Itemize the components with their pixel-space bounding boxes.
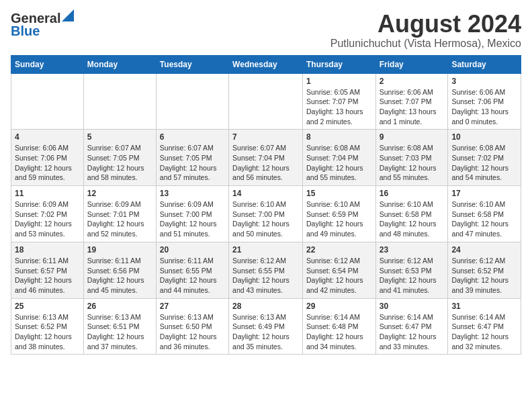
- calendar-week-row: 4Sunrise: 6:06 AM Sunset: 7:06 PM Daylig…: [11, 130, 521, 186]
- day-number: 12: [87, 189, 152, 198]
- day-number: 21: [232, 245, 299, 255]
- day-number: 15: [306, 189, 372, 198]
- day-number: 24: [451, 245, 517, 255]
- calendar-cell: 19Sunrise: 6:11 AM Sunset: 6:56 PM Dayli…: [83, 242, 156, 298]
- day-info: Sunrise: 6:13 AM Sunset: 6:50 PM Dayligh…: [160, 312, 225, 352]
- calendar-cell: 17Sunrise: 6:10 AM Sunset: 6:58 PM Dayli…: [448, 186, 521, 242]
- day-number: 27: [160, 302, 225, 311]
- day-info: Sunrise: 6:07 AM Sunset: 7:04 PM Dayligh…: [232, 143, 299, 183]
- day-header-thursday: Thursday: [302, 55, 375, 73]
- day-number: 22: [306, 245, 372, 255]
- calendar-cell: 18Sunrise: 6:11 AM Sunset: 6:57 PM Dayli…: [11, 242, 84, 298]
- calendar-cell: 14Sunrise: 6:10 AM Sunset: 7:00 PM Dayli…: [229, 186, 303, 242]
- day-info: Sunrise: 6:14 AM Sunset: 6:47 PM Dayligh…: [380, 312, 445, 352]
- day-info: Sunrise: 6:05 AM Sunset: 7:07 PM Dayligh…: [306, 87, 372, 127]
- day-number: 31: [451, 302, 517, 311]
- day-header-sunday: Sunday: [11, 55, 84, 73]
- day-number: 6: [160, 132, 225, 142]
- day-number: 17: [451, 189, 517, 198]
- logo-triangle-icon: [62, 9, 74, 21]
- day-number: 3: [451, 77, 517, 86]
- calendar-cell: [11, 73, 84, 130]
- main-title: August 2024: [330, 11, 521, 38]
- day-number: 29: [306, 302, 372, 311]
- calendar-week-row: 11Sunrise: 6:09 AM Sunset: 7:02 PM Dayli…: [11, 186, 521, 242]
- day-info: Sunrise: 6:10 AM Sunset: 6:59 PM Dayligh…: [306, 199, 372, 239]
- day-info: Sunrise: 6:11 AM Sunset: 6:56 PM Dayligh…: [87, 256, 152, 295]
- subtitle: Putlunichuchut (Vista Hermosa), Mexico: [330, 38, 521, 50]
- calendar-cell: 29Sunrise: 6:14 AM Sunset: 6:48 PM Dayli…: [302, 298, 375, 355]
- day-info: Sunrise: 6:06 AM Sunset: 7:07 PM Dayligh…: [380, 87, 445, 127]
- day-info: Sunrise: 6:11 AM Sunset: 6:55 PM Dayligh…: [160, 256, 225, 295]
- calendar-cell: 10Sunrise: 6:08 AM Sunset: 7:02 PM Dayli…: [448, 130, 521, 186]
- day-header-tuesday: Tuesday: [156, 55, 228, 73]
- calendar-cell: 11Sunrise: 6:09 AM Sunset: 7:02 PM Dayli…: [11, 186, 84, 242]
- day-info: Sunrise: 6:10 AM Sunset: 6:58 PM Dayligh…: [451, 199, 517, 239]
- calendar-week-row: 18Sunrise: 6:11 AM Sunset: 6:57 PM Dayli…: [11, 242, 521, 298]
- calendar-header-row: SundayMondayTuesdayWednesdayThursdayFrid…: [11, 55, 521, 73]
- day-info: Sunrise: 6:09 AM Sunset: 7:00 PM Dayligh…: [160, 199, 225, 239]
- calendar-cell: 5Sunrise: 6:07 AM Sunset: 7:05 PM Daylig…: [83, 130, 156, 186]
- day-info: Sunrise: 6:09 AM Sunset: 7:01 PM Dayligh…: [87, 199, 152, 239]
- svg-marker-0: [62, 9, 74, 21]
- calendar-cell: 16Sunrise: 6:10 AM Sunset: 6:58 PM Dayli…: [375, 186, 448, 242]
- calendar-cell: 22Sunrise: 6:12 AM Sunset: 6:54 PM Dayli…: [302, 242, 375, 298]
- day-number: 18: [15, 245, 80, 255]
- day-number: 7: [232, 132, 299, 142]
- calendar-cell: 6Sunrise: 6:07 AM Sunset: 7:05 PM Daylig…: [156, 130, 228, 186]
- calendar-cell: 26Sunrise: 6:13 AM Sunset: 6:51 PM Dayli…: [83, 298, 156, 355]
- calendar-cell: [83, 73, 156, 130]
- calendar-cell: 24Sunrise: 6:12 AM Sunset: 6:52 PM Dayli…: [448, 242, 521, 298]
- day-header-friday: Friday: [375, 55, 448, 73]
- calendar-cell: 28Sunrise: 6:13 AM Sunset: 6:49 PM Dayli…: [229, 298, 303, 355]
- calendar-cell: 30Sunrise: 6:14 AM Sunset: 6:47 PM Dayli…: [375, 298, 448, 355]
- day-info: Sunrise: 6:12 AM Sunset: 6:55 PM Dayligh…: [232, 256, 299, 295]
- calendar-cell: 9Sunrise: 6:08 AM Sunset: 7:03 PM Daylig…: [375, 130, 448, 186]
- day-info: Sunrise: 6:12 AM Sunset: 6:54 PM Dayligh…: [306, 256, 372, 295]
- day-header-wednesday: Wednesday: [229, 55, 303, 73]
- day-number: 8: [306, 132, 372, 142]
- day-number: 20: [160, 245, 225, 255]
- calendar-cell: [156, 73, 228, 130]
- day-header-saturday: Saturday: [448, 55, 521, 73]
- day-number: 25: [15, 302, 80, 311]
- day-info: Sunrise: 6:10 AM Sunset: 7:00 PM Dayligh…: [232, 199, 299, 239]
- calendar-cell: 3Sunrise: 6:06 AM Sunset: 7:06 PM Daylig…: [448, 73, 521, 130]
- calendar-cell: 21Sunrise: 6:12 AM Sunset: 6:55 PM Dayli…: [229, 242, 303, 298]
- calendar-cell: 12Sunrise: 6:09 AM Sunset: 7:01 PM Dayli…: [83, 186, 156, 242]
- calendar-cell: [229, 73, 303, 130]
- day-info: Sunrise: 6:06 AM Sunset: 7:06 PM Dayligh…: [15, 143, 80, 183]
- logo-blue: Blue: [11, 24, 40, 39]
- calendar-week-row: 25Sunrise: 6:13 AM Sunset: 6:52 PM Dayli…: [11, 298, 521, 355]
- title-block: August 2024 Putlunichuchut (Vista Hermos…: [330, 11, 521, 50]
- day-number: 23: [380, 245, 445, 255]
- day-info: Sunrise: 6:07 AM Sunset: 7:05 PM Dayligh…: [87, 143, 152, 183]
- day-number: 14: [232, 189, 299, 198]
- calendar-cell: 23Sunrise: 6:12 AM Sunset: 6:53 PM Dayli…: [375, 242, 448, 298]
- calendar-cell: 27Sunrise: 6:13 AM Sunset: 6:50 PM Dayli…: [156, 298, 228, 355]
- day-info: Sunrise: 6:12 AM Sunset: 6:52 PM Dayligh…: [451, 256, 517, 295]
- calendar-cell: 31Sunrise: 6:14 AM Sunset: 6:47 PM Dayli…: [448, 298, 521, 355]
- day-number: 16: [380, 189, 445, 198]
- day-number: 2: [380, 77, 445, 86]
- page-header: General Blue August 2024 Putlunichuchut …: [11, 11, 521, 50]
- calendar-cell: 13Sunrise: 6:09 AM Sunset: 7:00 PM Dayli…: [156, 186, 228, 242]
- day-info: Sunrise: 6:11 AM Sunset: 6:57 PM Dayligh…: [15, 256, 80, 295]
- day-info: Sunrise: 6:08 AM Sunset: 7:02 PM Dayligh…: [451, 143, 517, 183]
- day-number: 26: [87, 302, 152, 311]
- day-number: 9: [380, 132, 445, 142]
- day-number: 1: [306, 77, 372, 86]
- day-info: Sunrise: 6:12 AM Sunset: 6:53 PM Dayligh…: [380, 256, 445, 295]
- calendar-cell: 4Sunrise: 6:06 AM Sunset: 7:06 PM Daylig…: [11, 130, 84, 186]
- day-number: 19: [87, 245, 152, 255]
- calendar-table: SundayMondayTuesdayWednesdayThursdayFrid…: [11, 55, 521, 355]
- calendar-week-row: 1Sunrise: 6:05 AM Sunset: 7:07 PM Daylig…: [11, 73, 521, 130]
- calendar-cell: 1Sunrise: 6:05 AM Sunset: 7:07 PM Daylig…: [302, 73, 375, 130]
- day-info: Sunrise: 6:13 AM Sunset: 6:51 PM Dayligh…: [87, 312, 152, 352]
- day-number: 11: [15, 189, 80, 198]
- day-number: 4: [15, 132, 80, 142]
- day-number: 28: [232, 302, 299, 311]
- day-info: Sunrise: 6:14 AM Sunset: 6:47 PM Dayligh…: [451, 312, 517, 352]
- logo: General Blue: [11, 11, 74, 39]
- day-info: Sunrise: 6:07 AM Sunset: 7:05 PM Dayligh…: [160, 143, 225, 183]
